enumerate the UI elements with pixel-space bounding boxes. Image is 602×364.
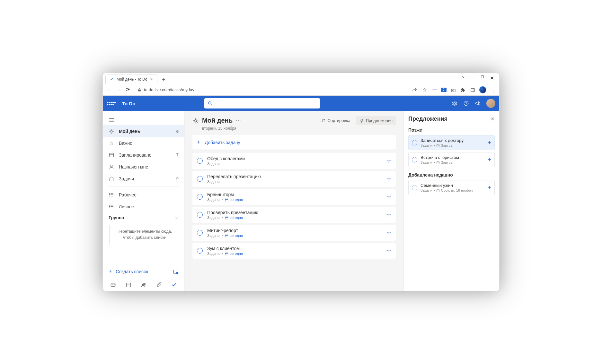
sidebar-item-label: Рабочее <box>119 192 137 197</box>
sidebar-item-tasks[interactable]: Задачи 9 <box>103 173 184 185</box>
sidebar-item-myday[interactable]: Мой день 6 <box>103 125 184 137</box>
svg-point-9 <box>111 130 112 132</box>
add-suggestion-icon[interactable]: + <box>488 156 491 163</box>
sort-button[interactable]: Сортировка <box>318 116 353 125</box>
search-input[interactable] <box>204 98 320 108</box>
task-complete-circle[interactable] <box>412 140 417 145</box>
app-body: Мой день 6 ☆ Важно Запланировано 7 Назна… <box>103 111 499 291</box>
help-icon[interactable]: ? <box>463 100 469 107</box>
add-task-placeholder: Добавить задачу <box>205 140 240 145</box>
sidebar-item-important[interactable]: ☆ Важно <box>103 137 184 149</box>
task-complete-circle[interactable] <box>197 212 203 218</box>
sun-icon <box>192 117 199 124</box>
star-icon[interactable]: ☆ <box>387 176 391 182</box>
task-complete-circle[interactable] <box>412 157 417 162</box>
tab-close-icon[interactable]: ✕ <box>150 77 153 82</box>
back-button[interactable]: ← <box>106 87 114 92</box>
chevron-down-icon[interactable] <box>461 75 465 79</box>
svg-line-16 <box>110 133 111 133</box>
sidebar-item-planned[interactable]: Запланировано 7 <box>103 149 184 161</box>
todo-icon[interactable] <box>171 282 177 288</box>
bookmark-star-icon[interactable]: ☆ <box>421 87 427 93</box>
person-icon <box>109 164 114 169</box>
app-launcher-icon[interactable] <box>107 102 116 105</box>
feather-icon[interactable]: 〰 <box>431 87 437 92</box>
task-item[interactable]: Митинг-репорт Задачи• сегодня ☆ <box>192 225 396 241</box>
close-window-icon[interactable]: ✕ <box>490 75 494 81</box>
minimize-icon[interactable] <box>471 75 475 79</box>
header-actions: ? <box>452 99 495 108</box>
task-item[interactable]: Зум с клиентом Задачи• сегодня ☆ <box>192 243 396 259</box>
group-label: Группа <box>109 215 124 220</box>
sidebar-item-label: Мой день <box>119 129 140 134</box>
task-body: Митинг-репорт Задачи• сегодня <box>207 228 382 238</box>
sidebar-item-label: Назначен мне <box>119 164 148 169</box>
forward-button[interactable]: → <box>115 87 123 92</box>
star-icon[interactable]: ☆ <box>387 212 391 218</box>
task-complete-circle[interactable] <box>197 194 203 200</box>
star-icon[interactable]: ☆ <box>387 158 391 164</box>
settings-icon[interactable] <box>452 100 457 107</box>
hamburger-icon[interactable] <box>103 114 184 125</box>
task-item[interactable]: Переделать презентацию Задачи ☆ <box>192 171 396 187</box>
svg-point-26 <box>110 196 110 196</box>
reload-button[interactable]: ⟳ <box>124 87 131 92</box>
svg-rect-56 <box>225 253 228 255</box>
calendar-icon[interactable] <box>126 282 131 288</box>
sidebar-divider <box>108 186 179 187</box>
task-complete-circle[interactable] <box>197 176 203 182</box>
attachment-icon[interactable] <box>156 282 162 288</box>
suggestion-item[interactable]: Семейный ужин Задачи•Срок: пт, 18 ноября… <box>408 180 495 195</box>
people-icon[interactable] <box>141 282 146 288</box>
suggestion-item[interactable]: Записаться к доктору Задачи•Завтра + <box>408 135 495 150</box>
add-task-input[interactable]: + Добавить задачу <box>192 135 396 150</box>
task-subtitle: Задачи <box>207 180 382 184</box>
star-icon[interactable]: ☆ <box>387 194 391 200</box>
browser-tab[interactable]: Мой день - To Do ✕ <box>105 74 157 84</box>
sidebar-group-header[interactable]: Группа <box>103 212 184 223</box>
suggestion-subtitle: Задачи•Срок: пт, 18 ноября <box>421 188 484 192</box>
browser-window: Мой день - To Do ✕ + ✕ ← → ⟳ to-do.live.… <box>102 73 500 291</box>
sidepanel-icon[interactable] <box>470 87 475 93</box>
task-complete-circle[interactable] <box>412 185 417 190</box>
share-icon[interactable] <box>412 87 418 92</box>
sidebar-item-personal[interactable]: Личное <box>103 201 184 212</box>
translate-icon[interactable]: 文 <box>441 88 447 92</box>
add-suggestion-icon[interactable]: + <box>488 184 491 191</box>
group-drop-area[interactable]: Перетащите элементы сюда, чтобы добавить… <box>109 225 180 245</box>
suggestions-button[interactable]: Предложения <box>356 116 396 125</box>
create-list-button[interactable]: + Создать список + <box>103 265 184 278</box>
task-complete-circle[interactable] <box>197 158 203 164</box>
sidebar: Мой день 6 ☆ Важно Запланировано 7 Назна… <box>103 111 185 291</box>
panel-close-icon[interactable]: ✕ <box>491 116 495 122</box>
more-options-icon[interactable]: ⋯ <box>236 117 241 124</box>
star-icon[interactable]: ☆ <box>387 230 391 236</box>
sidebar-item-work[interactable]: Рабочее <box>103 189 184 201</box>
main-header: Мой день ⋯ Сортировка Предложения <box>192 116 396 125</box>
sidebar-item-assigned[interactable]: Назначен мне <box>103 161 184 173</box>
megaphone-icon[interactable] <box>475 100 481 107</box>
mail-icon[interactable] <box>110 282 116 288</box>
plus-icon: + <box>109 268 112 275</box>
task-complete-circle[interactable] <box>197 248 203 254</box>
browser-titlebar: Мой день - To Do ✕ + ✕ <box>103 73 499 84</box>
svg-rect-3 <box>471 89 474 92</box>
task-item[interactable]: Проверить презентацию Задачи• сегодня ☆ <box>192 207 396 223</box>
new-tab-button[interactable]: + <box>159 75 167 84</box>
camera-icon[interactable] <box>450 87 456 92</box>
browser-menu-icon[interactable]: ⋮ <box>490 86 496 93</box>
task-subtitle: Задачи• сегодня <box>207 234 382 238</box>
star-icon[interactable]: ☆ <box>387 248 391 254</box>
add-suggestion-icon[interactable]: + <box>488 139 491 146</box>
extensions-icon[interactable] <box>460 87 466 93</box>
user-avatar[interactable] <box>486 99 495 108</box>
task-item[interactable]: Обед с коллегами Задачи ☆ <box>192 153 396 169</box>
url-field[interactable]: to-do.live.com/tasks/myday <box>134 86 409 93</box>
maximize-icon[interactable] <box>481 75 484 79</box>
task-item[interactable]: Брейншторм Задачи• сегодня ☆ <box>192 189 396 205</box>
profile-avatar[interactable] <box>479 86 486 93</box>
add-group-icon[interactable]: + <box>173 269 179 274</box>
task-complete-circle[interactable] <box>197 230 203 236</box>
panel-title: Предложения <box>408 116 447 122</box>
suggestion-item[interactable]: Встреча с юристом Задачи•Завтра + <box>408 152 495 167</box>
